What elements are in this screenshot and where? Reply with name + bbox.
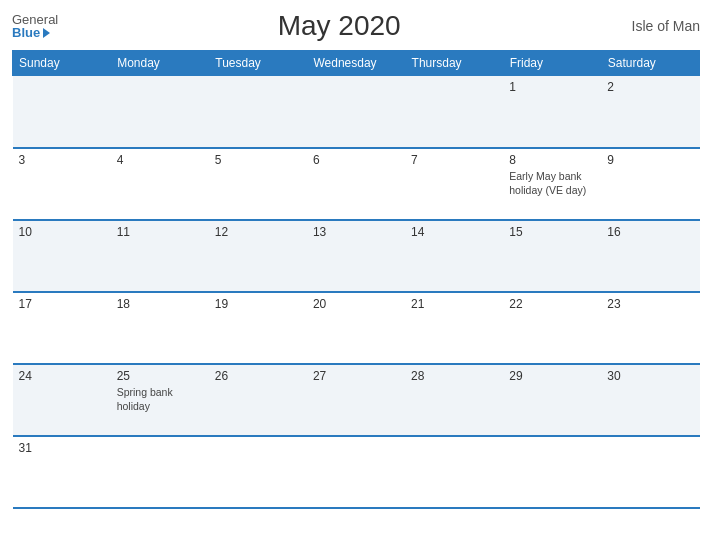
logo-triangle-icon [43,28,50,38]
calendar-cell [111,436,209,508]
calendar-cell: 26 [209,364,307,436]
day-number: 24 [19,369,105,383]
day-number: 16 [607,225,693,239]
calendar-cell: 17 [13,292,111,364]
calendar-cell [601,436,699,508]
region-label: Isle of Man [620,18,700,34]
calendar-header-row: SundayMondayTuesdayWednesdayThursdayFrid… [13,51,700,76]
calendar-cell [405,436,503,508]
calendar-cell: 4 [111,148,209,220]
event-text: Early May bank holiday (VE day) [509,170,586,197]
day-number: 19 [215,297,301,311]
day-number: 15 [509,225,595,239]
calendar-cell: 6 [307,148,405,220]
day-number: 11 [117,225,203,239]
calendar-cell [307,436,405,508]
calendar-grid: SundayMondayTuesdayWednesdayThursdayFrid… [12,50,700,509]
day-number: 9 [607,153,693,167]
calendar-cell: 25Spring bank holiday [111,364,209,436]
weekday-header-thursday: Thursday [405,51,503,76]
weekday-header-sunday: Sunday [13,51,111,76]
day-number: 8 [509,153,595,167]
calendar-cell: 5 [209,148,307,220]
weekday-header-friday: Friday [503,51,601,76]
calendar-cell: 3 [13,148,111,220]
day-number: 3 [19,153,105,167]
calendar-cell: 29 [503,364,601,436]
calendar-cell: 28 [405,364,503,436]
day-number: 26 [215,369,301,383]
day-number: 31 [19,441,105,455]
calendar-cell: 7 [405,148,503,220]
calendar-cell: 30 [601,364,699,436]
calendar-cell [503,436,601,508]
calendar-cell: 22 [503,292,601,364]
calendar-cell [405,76,503,148]
day-number: 25 [117,369,203,383]
day-number: 21 [411,297,497,311]
calendar-cell: 31 [13,436,111,508]
calendar-week-row: 12 [13,76,700,148]
weekday-header-monday: Monday [111,51,209,76]
day-number: 28 [411,369,497,383]
calendar-cell: 11 [111,220,209,292]
calendar-cell: 24 [13,364,111,436]
day-number: 22 [509,297,595,311]
day-number: 4 [117,153,203,167]
calendar-week-row: 2425Spring bank holiday2627282930 [13,364,700,436]
calendar-cell [307,76,405,148]
calendar-cell: 16 [601,220,699,292]
calendar-cell: 12 [209,220,307,292]
calendar-cell: 1 [503,76,601,148]
calendar-cell: 21 [405,292,503,364]
month-title: May 2020 [58,10,620,42]
calendar-cell: 20 [307,292,405,364]
calendar-cell: 2 [601,76,699,148]
calendar-cell: 8Early May bank holiday (VE day) [503,148,601,220]
calendar-body: 12345678Early May bank holiday (VE day)9… [13,76,700,508]
calendar-cell: 19 [209,292,307,364]
calendar-cell: 23 [601,292,699,364]
day-number: 12 [215,225,301,239]
day-number: 30 [607,369,693,383]
day-number: 14 [411,225,497,239]
calendar-cell: 10 [13,220,111,292]
day-number: 20 [313,297,399,311]
calendar-cell: 13 [307,220,405,292]
calendar-cell: 15 [503,220,601,292]
day-number: 27 [313,369,399,383]
calendar-cell [111,76,209,148]
calendar-cell [209,76,307,148]
calendar-week-row: 31 [13,436,700,508]
calendar-cell: 18 [111,292,209,364]
logo: General Blue [12,13,58,39]
calendar-container: General Blue May 2020 Isle of Man Sunday… [0,0,712,550]
calendar-cell: 14 [405,220,503,292]
day-number: 2 [607,80,693,94]
calendar-cell [13,76,111,148]
calendar-week-row: 10111213141516 [13,220,700,292]
day-number: 13 [313,225,399,239]
day-number: 7 [411,153,497,167]
event-text: Spring bank holiday [117,386,173,413]
calendar-cell: 9 [601,148,699,220]
logo-blue-text: Blue [12,26,58,39]
day-number: 1 [509,80,595,94]
calendar-week-row: 17181920212223 [13,292,700,364]
day-number: 23 [607,297,693,311]
weekday-header-saturday: Saturday [601,51,699,76]
calendar-cell: 27 [307,364,405,436]
calendar-header: General Blue May 2020 Isle of Man [12,10,700,42]
day-number: 6 [313,153,399,167]
calendar-week-row: 345678Early May bank holiday (VE day)9 [13,148,700,220]
weekday-header-tuesday: Tuesday [209,51,307,76]
calendar-cell [209,436,307,508]
day-number: 29 [509,369,595,383]
day-number: 10 [19,225,105,239]
weekday-header-wednesday: Wednesday [307,51,405,76]
day-number: 17 [19,297,105,311]
day-number: 18 [117,297,203,311]
day-number: 5 [215,153,301,167]
